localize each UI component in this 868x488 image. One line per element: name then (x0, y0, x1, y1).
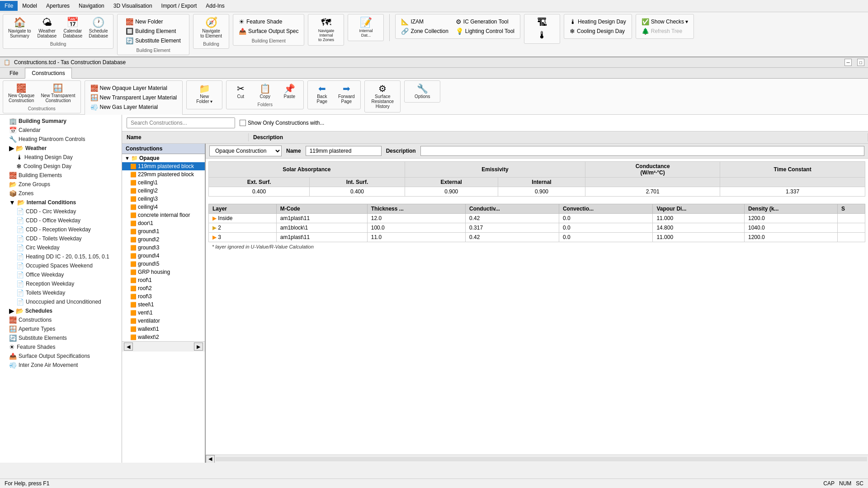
hscroll-track[interactable] (216, 457, 867, 461)
construction-name-input[interactable] (306, 146, 382, 156)
btn-thermal[interactable]: 🌡 (531, 29, 553, 42)
btn-new-transparent-material[interactable]: 🪟New Transparent Layer Material (89, 93, 179, 102)
sidebar-item-heating-dd-ic[interactable]: 📄 Heating DD IC - 20, 0.15, 1.05, 0.1 (0, 252, 122, 261)
btn-weather[interactable]: 🌤WeatherDatabase (35, 16, 59, 40)
btn-ic-generation[interactable]: ⚙IC Generation Tool (454, 17, 516, 26)
menu-model[interactable]: Model (18, 1, 42, 11)
btn-paste[interactable]: 📌Paste (278, 83, 301, 100)
menu-3d[interactable]: 3D Visualisation (109, 1, 157, 11)
btn-show-checks[interactable]: ✅Show Checks ▾ (640, 17, 690, 26)
sidebar-item-aperture-types[interactable]: 🪟 Aperture Types (0, 324, 122, 333)
tree-nav-right[interactable]: ▶ (194, 343, 203, 351)
menu-import-export[interactable]: Import / Export (157, 1, 202, 11)
tree-item-ground2[interactable]: 🟧 ground\2 (122, 235, 205, 244)
sidebar-item-building-summary[interactable]: 🏢 Building Summary (0, 117, 122, 126)
sidebar-item-unoccupied[interactable]: 📄 Unoccupied and Unconditioned (0, 297, 122, 306)
btn-copy[interactable]: 📋Copy (254, 83, 276, 100)
tree-item-vent1[interactable]: 🟧 vent\1 (122, 309, 205, 317)
btn-navigate-summary[interactable]: 🏠Navigate toSummary (6, 16, 33, 40)
tree-item-roof2[interactable]: 🟧 roof\2 (122, 284, 205, 292)
sidebar-item-toilets-weekday[interactable]: 📄 Toilets Weekday (0, 288, 122, 297)
win-minimize[interactable]: ─ (844, 59, 852, 66)
tree-item-ground4[interactable]: 🟧 ground\4 (122, 252, 205, 260)
sidebar-item-circ-weekday[interactable]: 📄 Circ Weekday (0, 243, 122, 252)
tree-item-119mm[interactable]: 🟧 119mm plastered block (122, 162, 205, 170)
btn-cooling-design-day[interactable]: ❄Cooling Design Day (568, 27, 628, 36)
sidebar-item-cdd-reception[interactable]: 📄 CDD - Reception Weekday (0, 225, 122, 234)
btn-options[interactable]: 🔧Options (411, 83, 434, 100)
search-input[interactable] (127, 117, 235, 128)
btn-lighting-control[interactable]: 💡Lighting Control Tool (454, 27, 516, 36)
tree-item-ceiling2[interactable]: 🟧 ceiling\2 (122, 187, 205, 195)
sidebar-item-zone-groups[interactable]: 📂 Zone Groups (0, 180, 122, 189)
sidebar-item-reception-weekday[interactable]: 📄 Reception Weekday (0, 279, 122, 288)
sidebar-item-constructions[interactable]: 🧱 Constructions (0, 315, 122, 324)
btn-new-opaque-construction[interactable]: 🧱New OpaqueConstruction (6, 83, 37, 104)
menu-apertures[interactable]: Apertures (42, 1, 74, 11)
sidebar-item-cdd-office[interactable]: 📄 CDD - Office Weekday (0, 216, 122, 225)
sidebar-item-feature-shades[interactable]: ☀ Feature Shades (0, 343, 122, 352)
construction-type-select[interactable]: Opaque Construction (209, 145, 282, 156)
sidebar-item-heating-design-day[interactable]: 🌡 Heating Design Day (0, 153, 122, 162)
sidebar-item-cooling-design-day[interactable]: ❄ Cooling Design Day (0, 162, 122, 171)
tree-item-wallext2[interactable]: 🟧 wallext\2 (122, 333, 205, 341)
btn-forward-page[interactable]: ➡ForwardPage (335, 83, 358, 105)
btn-surface-output[interactable]: 📤Surface Output Spec (237, 27, 300, 36)
btn-navigate-zones[interactable]: 🗺NavigateInternalto Zones (315, 16, 337, 43)
tree-nav-left[interactable]: ◀ (124, 343, 133, 351)
btn-constructions-database[interactable]: 🧱New Folder (124, 17, 183, 26)
btn-schedule[interactable]: 🕐ScheduleDatabase (86, 16, 110, 40)
sidebar-item-building-elements[interactable]: 🧱 Building Elements (0, 171, 122, 180)
tree-item-ground5[interactable]: 🟧 ground\5 (122, 260, 205, 268)
construction-desc-input[interactable] (420, 146, 864, 156)
sidebar-item-cdd-circ[interactable]: 📄 CDD - Circ Weekday (0, 207, 122, 216)
btn-new-folder[interactable]: 📁NewFolder ▾ (193, 83, 216, 105)
sidebar-item-weather[interactable]: ▶ 📂 Weather (0, 144, 122, 153)
btn-substitute-element[interactable]: 🔄Substitute Element (124, 36, 183, 45)
tree-item-steel1[interactable]: 🟧 steel\1 (122, 300, 205, 309)
tree-item-ceiling4[interactable]: 🟧 ceiling\4 (122, 203, 205, 211)
sidebar-item-internal-conditions[interactable]: ▼ 📂 Internal Conditions (0, 198, 122, 207)
sidebar-item-heating-plantroom[interactable]: 🔧 Heating Plantroom Controls (0, 135, 122, 144)
tree-item-ceiling1[interactable]: 🟧 ceiling\1 (122, 178, 205, 187)
tab-constructions[interactable]: Constructions (25, 68, 71, 79)
btn-calendar[interactable]: 📅CalendarDatabase (61, 16, 85, 40)
tree-item-ventilator[interactable]: 🟧 ventilator (122, 317, 205, 325)
tree-item-wallext1[interactable]: 🟧 wallext\1 (122, 325, 205, 333)
tree-item-ground1[interactable]: 🟧 ground\1 (122, 227, 205, 235)
tree-item-229mm[interactable]: 🟧 229mm plastered block (122, 170, 205, 178)
tree-folder-opaque[interactable]: ▼ 📁 Opaque (122, 154, 205, 162)
btn-heating-design-day[interactable]: 🌡Heating Design Day (568, 17, 628, 26)
btn-new-gas-material[interactable]: 💨New Gas Layer Material (89, 103, 179, 112)
menu-navigation[interactable]: Navigation (74, 1, 109, 11)
menu-addins[interactable]: Add-Ins (201, 1, 229, 11)
btn-building-3d[interactable]: 🏗 (531, 16, 553, 29)
sidebar-item-occupied-weekend[interactable]: 📄 Occupied Spaces Weekend (0, 261, 122, 270)
btn-zone-collection[interactable]: 🔗Zone Collection (399, 27, 450, 36)
sidebar-item-inter-zone-air[interactable]: 💨 Inter Zone Air Movement (0, 361, 122, 370)
btn-back-page[interactable]: ⬅BackPage (311, 83, 333, 105)
btn-internal-data[interactable]: 📝InternalDat... (354, 16, 377, 39)
menu-file[interactable]: File (0, 1, 18, 11)
btn-refresh-tree[interactable]: 🌲Refresh Tree (640, 27, 690, 36)
btn-surface-resistance[interactable]: ⚙SurfaceResistanceHistory (369, 83, 396, 110)
show-only-checkbox[interactable] (240, 120, 246, 126)
btn-new-transparent-construction[interactable]: 🪟New TransparentConstruction (38, 83, 77, 104)
sidebar-item-cdd-toilets[interactable]: 📄 CDD - Toilets Weekday (0, 234, 122, 243)
sidebar-item-zones[interactable]: 📦 Zones (0, 189, 122, 198)
btn-izam[interactable]: 📐IZAM (399, 17, 450, 26)
sidebar-item-surface-output[interactable]: 📤 Surface Output Specifications (0, 352, 122, 361)
sidebar-item-office-weekday[interactable]: 📄 Office Weekday (0, 270, 122, 279)
tab-file[interactable]: File (3, 68, 25, 78)
sidebar-item-calendar[interactable]: 📅 Calendar (0, 126, 122, 135)
details-scroll-left[interactable]: ◀ (206, 455, 215, 463)
tree-item-ground3[interactable]: 🟧 ground\3 (122, 244, 205, 252)
tree-item-grp[interactable]: 🟧 GRP housing (122, 268, 205, 276)
win-maximize[interactable]: □ (857, 59, 864, 66)
btn-navigate-element[interactable]: 🧭Navigateto Element (198, 16, 224, 40)
sidebar-item-substitute-elements[interactable]: 🔄 Substitute Elements (0, 333, 122, 343)
tree-item-roof1[interactable]: 🟧 roof\1 (122, 276, 205, 284)
btn-cut[interactable]: ✂Cut (229, 83, 252, 100)
tree-item-ceiling3[interactable]: 🟧 ceiling\3 (122, 195, 205, 203)
tree-item-concrete-floor[interactable]: 🟧 concrete internal floor (122, 211, 205, 219)
